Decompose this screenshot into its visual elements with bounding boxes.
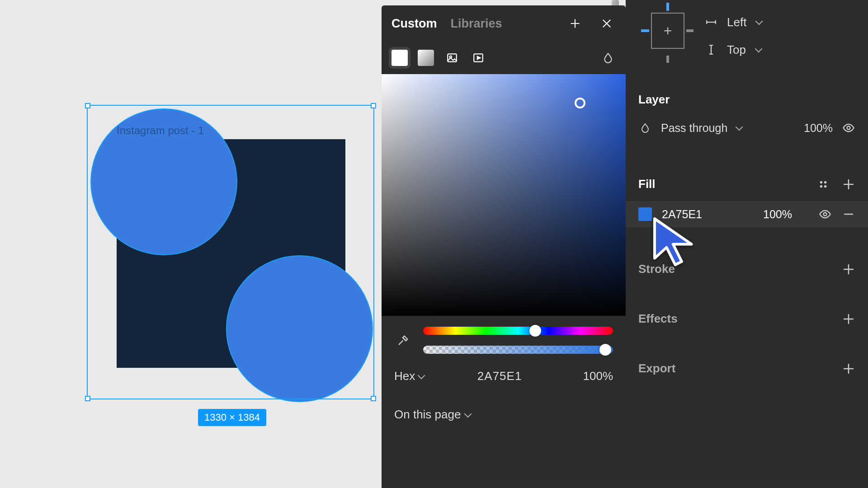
effects-section: Effects [626, 312, 868, 326]
constraint-tick-top[interactable] [666, 3, 669, 11]
selection-dimensions-badge: 1330 × 1384 [198, 409, 266, 426]
stroke-section: Stroke [626, 262, 868, 276]
saturation-value-area[interactable] [382, 74, 626, 316]
vertical-constraint-icon [705, 44, 717, 56]
droplet-icon [602, 52, 614, 64]
constraint-tick-bottom[interactable] [666, 56, 669, 63]
paint-type-image[interactable] [444, 50, 460, 66]
on-this-page-section[interactable]: On this page [382, 395, 626, 434]
plus-icon [842, 312, 855, 326]
svg-rect-0 [448, 54, 457, 61]
hue-handle[interactable] [529, 325, 541, 337]
constraints-widget[interactable]: + [638, 0, 693, 66]
style-library-button[interactable] [816, 178, 830, 191]
vertical-constraint-label: Top [727, 43, 746, 57]
tab-custom[interactable]: Custom [392, 17, 437, 31]
plus-icon [842, 263, 855, 276]
add-export-button[interactable] [842, 362, 855, 375]
horizontal-constraint-label: Left [727, 15, 746, 29]
remove-fill-button[interactable] [842, 207, 855, 221]
chevron-down-icon [419, 372, 427, 380]
close-icon [601, 18, 613, 29]
chevron-down-icon [756, 18, 764, 26]
horizontal-constraint-icon [705, 16, 717, 28]
color-value-row: Hex 2A75E1 100% [382, 357, 626, 395]
properties-panel: + Left Top Layer Pass through [626, 0, 868, 488]
paint-type-video[interactable] [470, 50, 486, 66]
effects-title: Effects [638, 312, 678, 326]
four-dots-icon [818, 179, 828, 189]
fill-title: Fill [638, 177, 656, 191]
layer-section: Layer Pass through 100% [626, 93, 868, 135]
plus-icon [842, 362, 855, 375]
chevron-down-icon [736, 124, 745, 132]
plus-icon: + [664, 23, 672, 39]
eyedropper-button[interactable] [394, 331, 412, 349]
plus-icon [842, 178, 855, 191]
stroke-title: Stroke [638, 262, 675, 276]
droplet-icon [640, 122, 651, 133]
selection-handle-br[interactable] [371, 396, 376, 401]
alpha-handle[interactable] [599, 344, 611, 356]
paint-type-gradient[interactable] [418, 50, 434, 66]
color-picker-panel: Custom Libraries [382, 5, 626, 488]
svg-point-7 [825, 185, 826, 187]
fill-section: Fill 2A75E1 100% [626, 177, 868, 221]
selection-outline[interactable] [87, 105, 374, 399]
selection-handle-tr[interactable] [371, 103, 376, 108]
constraints-area: + Left Top [638, 0, 764, 66]
eye-icon [819, 208, 831, 221]
sv-handle[interactable] [575, 98, 585, 108]
eyedropper-icon [397, 334, 410, 347]
constraint-tick-right[interactable] [686, 29, 693, 32]
vertical-constraint-dropdown[interactable]: Top [705, 43, 764, 57]
minus-icon [842, 207, 855, 221]
add-color-style-button[interactable] [566, 14, 584, 33]
svg-point-5 [825, 181, 826, 183]
constraint-box[interactable]: + [651, 13, 684, 49]
svg-point-3 [847, 127, 850, 130]
paint-type-solid[interactable] [392, 50, 408, 66]
svg-point-8 [824, 213, 827, 216]
blend-mode-icon[interactable] [638, 121, 652, 135]
blend-mode-toggle[interactable] [600, 50, 616, 66]
fill-opacity-input[interactable]: 100% [763, 208, 792, 221]
fill-swatch[interactable] [638, 207, 652, 221]
alpha-slider[interactable] [423, 346, 613, 354]
add-effect-button[interactable] [842, 312, 855, 326]
video-icon [472, 52, 484, 64]
close-panel-button[interactable] [598, 14, 616, 33]
add-fill-button[interactable] [842, 178, 855, 191]
fill-row: 2A75E1 100% [638, 207, 855, 221]
hue-slider[interactable] [423, 327, 613, 335]
blend-mode-dropdown[interactable]: Pass through [661, 122, 727, 135]
chevron-down-icon [465, 411, 473, 419]
export-section: Export [626, 361, 868, 375]
layer-opacity-input[interactable]: 100% [804, 122, 833, 135]
tab-libraries[interactable]: Libraries [451, 17, 502, 31]
constraint-tick-left[interactable] [641, 29, 649, 32]
image-icon [446, 52, 458, 64]
layer-title: Layer [638, 93, 670, 107]
fill-visibility-toggle[interactable] [818, 207, 832, 221]
plus-icon [569, 18, 581, 29]
svg-point-4 [821, 181, 822, 183]
selection-handle-bl[interactable] [85, 396, 90, 401]
horizontal-constraint-dropdown[interactable]: Left [705, 15, 764, 29]
selection-handle-tl[interactable] [85, 103, 90, 108]
add-stroke-button[interactable] [842, 263, 855, 276]
eye-icon [842, 122, 855, 134]
paint-type-row [382, 42, 626, 74]
layer-visibility-toggle[interactable] [842, 121, 855, 135]
opacity-input[interactable]: 100% [572, 369, 613, 383]
on-this-page-label: On this page [394, 408, 461, 422]
svg-point-6 [821, 185, 822, 187]
color-picker-tabs: Custom Libraries [382, 5, 626, 42]
hex-input[interactable]: 2A75E1 [435, 369, 564, 383]
color-format-label: Hex [394, 369, 415, 383]
fill-hex-input[interactable]: 2A75E1 [662, 208, 702, 221]
chevron-down-icon [756, 46, 764, 54]
color-format-dropdown[interactable]: Hex [394, 369, 427, 383]
export-title: Export [638, 361, 675, 375]
